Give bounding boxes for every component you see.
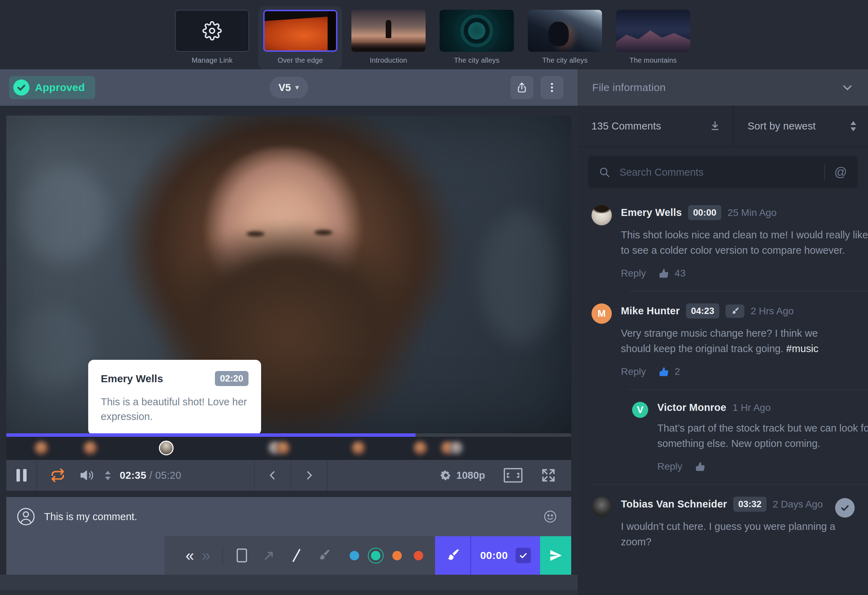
check-icon	[840, 503, 849, 512]
comment-time-ago: 2 Days Ago	[773, 499, 823, 510]
timeline-comment-markers[interactable]	[6, 437, 571, 460]
comment-timestamp-chip[interactable]: 04:23	[686, 303, 719, 319]
filmstrip-item-city-alleys-1[interactable]: The city alleys	[435, 6, 519, 69]
loop-button[interactable]	[50, 468, 65, 483]
color-swatch-blue[interactable]	[350, 551, 359, 560]
video-thumbnail[interactable]	[528, 10, 602, 52]
video-thumbnail[interactable]	[616, 10, 690, 52]
comment-tooltip[interactable]: Emery Wells 02:20 This is a beautiful sh…	[88, 360, 261, 435]
comment-text: That’s part of the stock track but we ca…	[657, 420, 868, 451]
file-information-header[interactable]: File information	[577, 69, 868, 106]
comments-panel: File information 135 Comments Sort by ne…	[577, 69, 868, 595]
filmstrip-item-over-the-edge[interactable]: Over the edge	[258, 6, 342, 69]
chevron-down-icon[interactable]	[841, 81, 853, 93]
comment-item[interactable]: Emery Wells 00:00 25 Min Ago This shot l…	[577, 199, 868, 279]
emoji-button[interactable]	[543, 509, 557, 524]
share-button[interactable]	[510, 76, 533, 99]
send-comment-button[interactable]	[540, 536, 571, 575]
previous-frame-button[interactable]	[255, 460, 291, 491]
timeline-marker[interactable]	[35, 441, 48, 455]
line-tool[interactable]	[289, 548, 303, 563]
search-icon	[598, 166, 610, 178]
color-swatch-red[interactable]	[414, 551, 423, 560]
reply-button[interactable]: Reply	[621, 366, 646, 377]
comment-input[interactable]: This is my comment.	[6, 497, 571, 536]
annotation-indicator-chip[interactable]	[726, 304, 744, 318]
pause-button[interactable]	[6, 460, 37, 491]
video-thumbnail[interactable]	[263, 10, 337, 52]
comment-divider	[590, 484, 868, 485]
filmstrip-item-mountains[interactable]: The mountains	[611, 6, 695, 69]
like-button[interactable]	[695, 461, 706, 472]
fullscreen-icon	[541, 468, 556, 483]
filmstrip-item-manage-link[interactable]: Manage Link	[170, 6, 254, 69]
letterbox-toggle[interactable]	[503, 468, 523, 483]
comment-input-value[interactable]: This is my comment.	[44, 511, 137, 523]
mention-button[interactable]: @	[834, 165, 847, 180]
next-frame-button[interactable]	[291, 460, 328, 491]
quality-selector[interactable]: 1080p	[440, 470, 485, 481]
tooltip-text: This is a beautiful shot! Love her expre…	[101, 394, 262, 424]
draw-mode-button[interactable]	[435, 536, 470, 575]
file-information-title: File information	[592, 81, 666, 93]
filmstrip-label: The mountains	[616, 56, 690, 64]
volume-button[interactable]	[80, 468, 94, 483]
like-count: 43	[675, 268, 686, 279]
timeline-marker-active[interactable]	[159, 441, 174, 455]
timeline-marker[interactable]	[450, 441, 463, 455]
download-comments-button[interactable]	[709, 120, 721, 132]
smiley-icon	[543, 509, 557, 524]
pen-tool[interactable]	[317, 548, 331, 563]
more-options-button[interactable]	[540, 76, 564, 99]
timeline-scrubber[interactable]	[6, 433, 571, 437]
timeline-marker[interactable]	[276, 441, 290, 455]
hashtag[interactable]: #music	[786, 343, 818, 354]
comment-timestamp-toggle[interactable]: 00:00	[470, 536, 540, 575]
arrow-tool[interactable]	[262, 548, 276, 563]
comment-reply-item[interactable]: V Victor Monroe 1 Hr Ago That’s part of …	[577, 396, 868, 472]
video-thumbnail[interactable]	[440, 10, 514, 52]
sort-icon	[850, 121, 856, 131]
color-swatch-orange[interactable]	[392, 551, 402, 560]
approval-status-badge[interactable]: Approved	[9, 76, 95, 99]
search-comments-input[interactable]: Search Comments @	[588, 156, 858, 188]
redo-button[interactable]: »	[202, 548, 210, 563]
like-button[interactable]: 2	[659, 366, 681, 377]
filmstrip-label: Introduction	[351, 56, 426, 64]
undo-button[interactable]: «	[186, 548, 194, 563]
player-header: Approved V5 ▾	[0, 69, 577, 106]
reply-button[interactable]: Reply	[621, 268, 646, 279]
letterbox-icon	[503, 468, 523, 483]
comment-author: Victor Monroe	[657, 402, 726, 413]
comment-author: Mike Hunter	[621, 305, 680, 317]
color-swatch-green[interactable]	[371, 551, 381, 560]
filmstrip-item-city-alleys-2[interactable]: The city alleys	[523, 6, 607, 69]
like-button[interactable]: 43	[659, 268, 686, 279]
annotation-toolbar-spacer	[6, 536, 164, 575]
playback-speed-stepper[interactable]	[105, 471, 111, 480]
comment-timestamp-chip[interactable]: 03:32	[733, 497, 766, 512]
sort-selector[interactable]: Sort by newest	[734, 106, 868, 146]
comment-author: Emery Wells	[621, 207, 682, 219]
filmstrip-item-introduction[interactable]: Introduction	[347, 6, 431, 69]
comments-list: Emery Wells 00:00 25 Min Ago This shot l…	[577, 188, 868, 549]
fullscreen-button[interactable]	[541, 468, 556, 483]
rectangle-tool[interactable]	[235, 548, 249, 564]
filmstrip-label: The city alleys	[440, 56, 514, 64]
timeline-marker[interactable]	[352, 441, 365, 455]
timeline-progress-fill	[6, 433, 415, 437]
annotation-toolbar: « » 00:00	[6, 536, 571, 575]
timeline-marker[interactable]	[414, 441, 427, 455]
comment-item[interactable]: M Mike Hunter 04:23 2 Hrs Ago Very stran…	[577, 297, 868, 377]
timeline-marker[interactable]	[84, 441, 97, 455]
video-thumbnail[interactable]	[351, 10, 426, 52]
comment-completed-toggle[interactable]	[835, 498, 855, 518]
comment-timestamp-chip[interactable]: 00:00	[688, 205, 721, 220]
comment-timestamp-label: 00:00	[480, 549, 508, 561]
timestamp-checkbox[interactable]	[515, 548, 531, 563]
comment-item[interactable]: Tobias Van Schneider 03:32 2 Days Ago I …	[577, 490, 868, 549]
version-dropdown[interactable]: V5 ▾	[270, 77, 309, 98]
manage-link-thumbnail[interactable]	[175, 10, 249, 52]
reply-button[interactable]: Reply	[657, 461, 682, 472]
thumbs-up-icon	[659, 366, 669, 377]
